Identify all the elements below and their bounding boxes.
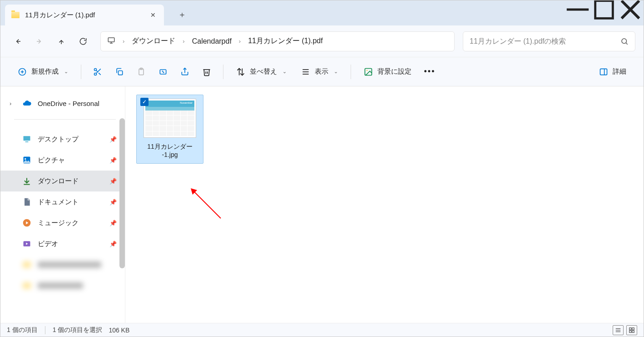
svg-point-10 — [622, 39, 627, 44]
file-name: 11月カレンダー-1.jpg — [147, 142, 193, 159]
active-tab[interactable]: 11月カレンダー (1).pdf ✕ — [5, 5, 164, 25]
thumb-header: November — [145, 101, 194, 107]
file-list[interactable]: ✓ November 11月カレンダー-1.jpg — [125, 86, 644, 324]
main-area: › OneDrive - Personal デスクトップ 📌 ピクチャ 📌 ダウ… — [0, 86, 644, 324]
svg-rect-20 — [119, 70, 123, 75]
sidebar-item-label: ミュージック — [38, 219, 79, 227]
search-box[interactable] — [463, 31, 635, 51]
new-tab-button[interactable]: ＋ — [173, 5, 191, 24]
forward-button[interactable] — [30, 32, 49, 50]
checkbox[interactable]: ✓ — [140, 98, 149, 106]
pin-icon[interactable]: 📌 — [109, 241, 117, 247]
paste-button[interactable] — [131, 63, 151, 81]
pin-icon[interactable]: 📌 — [109, 136, 117, 143]
svg-rect-1 — [595, 1, 613, 19]
file-item[interactable]: ✓ November 11月カレンダー-1.jpg — [136, 95, 203, 164]
share-button[interactable] — [175, 63, 195, 81]
sort-button[interactable]: 並べ替え ⌄ — [230, 63, 293, 81]
status-bar: 1 個の項目 1 個の項目を選択 106 KB — [0, 323, 644, 337]
svg-line-42 — [193, 191, 221, 218]
separator — [81, 65, 81, 79]
new-button[interactable]: 新規作成 ⌄ — [11, 63, 74, 81]
breadcrumb-part[interactable]: Calendarpdf — [192, 37, 232, 45]
new-label: 新規作成 — [31, 67, 59, 76]
cut-button[interactable] — [88, 63, 108, 81]
svg-rect-32 — [600, 69, 607, 75]
sidebar-item-music[interactable]: ミュージック 📌 — [0, 212, 125, 233]
search-input[interactable] — [470, 37, 620, 45]
arrow-annotation — [189, 186, 225, 223]
grid-view-button[interactable] — [626, 325, 637, 335]
chevron-down-icon: ⌄ — [282, 69, 287, 75]
close-button[interactable] — [617, 0, 644, 19]
pin-icon[interactable]: 📌 — [109, 220, 117, 226]
sidebar-item-onedrive[interactable]: › OneDrive - Personal — [0, 93, 125, 114]
scrollbar[interactable] — [119, 118, 125, 268]
svg-point-31 — [367, 70, 368, 71]
chevron-down-icon: ⌄ — [64, 69, 68, 75]
copy-icon — [115, 67, 124, 76]
toolbar: 新規作成 ⌄ 並べ替え ⌄ 表示 ⌄ 背景に設定 ••• 詳細 — [0, 57, 644, 86]
details-label: 詳細 — [613, 67, 626, 76]
list-view-button[interactable] — [613, 325, 624, 335]
desktop-icon — [22, 135, 31, 144]
trash-icon — [202, 67, 211, 76]
refresh-button[interactable] — [74, 32, 92, 50]
svg-rect-35 — [25, 141, 29, 142]
sidebar-item-redacted[interactable] — [0, 275, 125, 296]
sidebar: › OneDrive - Personal デスクトップ 📌 ピクチャ 📌 ダウ… — [0, 86, 125, 324]
pin-icon[interactable]: 📌 — [109, 157, 117, 164]
details-pane-icon — [599, 67, 608, 76]
sidebar-item-label: OneDrive - Personal — [38, 100, 99, 107]
video-icon — [22, 239, 31, 248]
sidebar-item-videos[interactable]: ビデオ 📌 — [0, 233, 125, 254]
separator — [351, 65, 351, 79]
sidebar-item-documents[interactable]: ドキュメント 📌 — [0, 191, 125, 212]
chevron-right-icon[interactable]: › — [178, 38, 189, 45]
details-pane-button[interactable]: 詳細 — [593, 63, 633, 81]
clipboard-icon — [137, 67, 146, 76]
sidebar-item-label: ピクチャ — [38, 156, 65, 165]
item-count: 1 個の項目 — [7, 326, 38, 334]
address-bar[interactable]: › ダウンロード › Calendarpdf › 11月カレンダー (1).pd… — [100, 31, 455, 51]
sidebar-item-label: ドキュメント — [38, 198, 79, 206]
pin-icon[interactable]: 📌 — [109, 178, 117, 185]
sidebar-item-downloads[interactable]: ダウンロード 📌 — [0, 171, 125, 191]
background-label: 背景に設定 — [377, 67, 411, 76]
minimize-button[interactable] — [565, 0, 591, 19]
breadcrumb-part[interactable]: 11月カレンダー (1).pdf — [248, 36, 322, 46]
window-controls — [565, 0, 644, 19]
chevron-right-icon[interactable]: › — [118, 38, 129, 45]
back-button[interactable] — [9, 32, 27, 50]
sidebar-item-pictures[interactable]: ピクチャ 📌 — [0, 150, 125, 171]
rename-icon — [159, 67, 168, 76]
sort-label: 並べ替え — [250, 67, 277, 76]
more-button[interactable]: ••• — [420, 63, 440, 81]
breadcrumb-part[interactable]: ダウンロード — [132, 36, 175, 46]
view-button[interactable]: 表示 ⌄ — [295, 63, 344, 81]
up-button[interactable] — [52, 32, 70, 50]
dots-icon: ••• — [424, 67, 436, 76]
share-icon — [180, 67, 189, 76]
svg-line-19 — [96, 70, 98, 71]
separator — [14, 119, 116, 120]
close-tab-button[interactable]: ✕ — [149, 10, 158, 20]
selection-size: 106 KB — [109, 327, 129, 334]
sidebar-item-label: ダウンロード — [38, 177, 79, 186]
sidebar-item-desktop[interactable]: デスクトップ 📌 — [0, 129, 125, 150]
cloud-icon — [22, 99, 31, 108]
delete-button[interactable] — [197, 63, 217, 81]
separator — [45, 326, 45, 334]
copy-button[interactable] — [109, 63, 129, 81]
chevron-right-icon[interactable]: › — [10, 100, 14, 107]
chevron-right-icon[interactable]: › — [234, 38, 245, 45]
set-background-button[interactable]: 背景に設定 — [357, 63, 418, 81]
pin-icon[interactable]: 📌 — [109, 199, 117, 206]
sidebar-item-redacted[interactable] — [0, 254, 125, 275]
folder-icon — [22, 281, 31, 290]
search-icon — [620, 37, 629, 45]
view-label: 表示 — [315, 67, 328, 76]
svg-rect-50 — [632, 330, 634, 332]
maximize-button[interactable] — [591, 0, 617, 19]
rename-button[interactable] — [153, 63, 173, 81]
